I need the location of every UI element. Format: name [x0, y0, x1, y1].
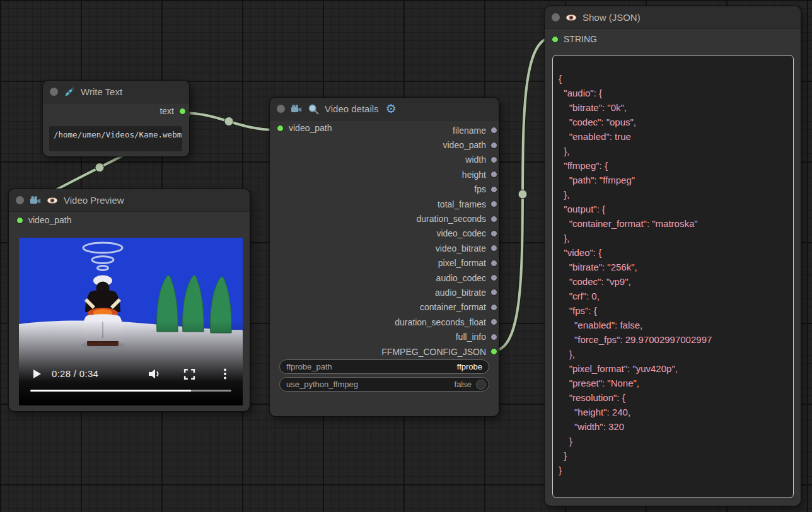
link-midpoint-dot[interactable]	[224, 117, 233, 126]
output-slot-dot[interactable]	[490, 348, 497, 355]
collapse-dot[interactable]	[277, 105, 285, 113]
output-slot-dot[interactable]	[490, 334, 497, 340]
node-title: Video details	[325, 103, 379, 114]
output-slot-dot[interactable]	[490, 304, 497, 311]
toggle-knob[interactable]	[476, 380, 486, 390]
output-slot-label: duration_seconds_float	[395, 317, 486, 327]
output-slot-dot[interactable]	[490, 142, 497, 149]
output-slot: pixel_format	[270, 256, 499, 271]
output-slot-dot[interactable]	[490, 201, 497, 207]
input-slot-label: STRING	[564, 34, 597, 44]
output-slot-dot[interactable]	[490, 289, 497, 296]
output-slot-label: width	[465, 154, 486, 165]
output-slot-label: container_format	[420, 302, 486, 312]
link-midpoint-dot[interactable]	[95, 163, 104, 172]
node-write-text-header[interactable]: Write Text	[43, 81, 189, 103]
node-video-details-header[interactable]: Video details ⚙	[270, 98, 499, 120]
collapse-dot[interactable]	[16, 196, 24, 204]
output-slot-dot[interactable]	[490, 318, 497, 325]
node-title: Show (JSON)	[583, 12, 641, 23]
output-slot-dot[interactable]	[490, 171, 497, 178]
output-slot: filename	[270, 123, 499, 137]
eye-icon	[47, 195, 58, 206]
output-slot: full_info	[270, 329, 499, 344]
output-slot-dot[interactable]	[490, 127, 497, 134]
output-slot-label: filename	[453, 125, 486, 136]
output-slot-label: audio_codec	[436, 273, 486, 283]
output-slot-label: total_frames	[438, 199, 486, 209]
output-slot-label: full_info	[456, 332, 486, 342]
input-slot-dot[interactable]	[16, 217, 23, 224]
json-text: { "audio": { "bitrate": "0k", "codec": "…	[559, 71, 789, 494]
output-slot-label: height	[462, 170, 486, 180]
node-video-preview-header[interactable]: Video Preview	[9, 189, 250, 212]
node-video-preview: Video Preview video_path	[9, 189, 250, 411]
more-options-icon[interactable]	[221, 368, 229, 380]
widget-use-python-ffmpeg[interactable]: use_python_ffmpeg false	[279, 377, 489, 392]
widget-value: ffprobe	[457, 362, 482, 371]
controls-gradient	[19, 320, 243, 405]
output-slot-text: text	[160, 106, 186, 116]
output-slot-dot[interactable]	[490, 245, 497, 252]
output-slot-list: filename video_path width height fps tot…	[270, 123, 499, 359]
collapse-dot[interactable]	[552, 13, 560, 21]
output-slot-label: audio_bitrate	[435, 288, 486, 298]
input-slot-string: STRING	[548, 34, 597, 44]
output-slot: video_codec	[270, 226, 499, 241]
output-slot: audio_codec	[270, 271, 499, 285]
output-slot: width	[270, 153, 499, 167]
output-slot-dot[interactable]	[490, 260, 497, 267]
progress-bar[interactable]	[30, 390, 231, 392]
widget-label: ffprobe_path	[286, 362, 457, 371]
fullscreen-icon[interactable]	[183, 368, 196, 380]
node-video-details: Video details ⚙ video_path filename vide…	[270, 98, 499, 416]
video-player[interactable]: 0:28 / 0:34	[19, 238, 243, 405]
output-slot-label: video_path	[443, 140, 486, 150]
output-slot-label: FFMPEG_CONFIG_JSON	[381, 347, 486, 357]
time-display: 0:28 / 0:34	[52, 368, 98, 379]
json-display-box[interactable]: { "audio": { "bitrate": "0k", "codec": "…	[552, 55, 794, 498]
widget-ffprobe-path[interactable]: ffprobe_path ffprobe	[279, 359, 489, 374]
output-slot: duration_seconds_float	[270, 315, 499, 329]
text-value-field[interactable]: /home/umen/Videos/Kame.webm	[49, 126, 182, 151]
node-graph-canvas[interactable]: Write Text text /home/umen/Videos/Kame.w…	[0, 0, 812, 512]
output-slot: height	[270, 167, 499, 182]
output-slot-label: fps	[474, 184, 486, 194]
output-slot-label: video_bitrate	[436, 243, 486, 253]
link-midpoint-dot[interactable]	[518, 190, 527, 199]
output-slot: total_frames	[270, 197, 499, 211]
node-show-json: Show (JSON) STRING { "audio": { "bitrate…	[545, 6, 801, 506]
fountain-pen-icon	[64, 86, 75, 98]
volume-icon[interactable]	[148, 368, 161, 380]
input-slot-dot[interactable]	[552, 36, 559, 43]
output-slot: container_format	[270, 300, 499, 315]
output-slot-label: text	[160, 106, 174, 116]
video-camera-icon	[30, 195, 41, 206]
input-slot-label: video_path	[28, 215, 72, 225]
eye-icon	[566, 12, 577, 23]
output-slot: video_path	[270, 137, 499, 152]
output-slot-dot[interactable]	[490, 186, 497, 193]
output-slot-dot[interactable]	[490, 216, 497, 223]
progress-filled	[30, 390, 191, 392]
gear-icon: ⚙	[386, 103, 397, 115]
play-button[interactable]	[30, 368, 43, 380]
output-slot-label: pixel_format	[438, 258, 486, 268]
output-slot-label: duration_seconds	[416, 214, 486, 224]
output-slot: duration_seconds	[270, 211, 499, 226]
widget-value: false	[455, 380, 472, 389]
widget-label: use_python_ffmpeg	[286, 380, 455, 389]
output-slot: video_bitrate	[270, 241, 499, 255]
output-slot: FFMPEG_CONFIG_JSON	[270, 344, 499, 359]
collapse-dot[interactable]	[50, 88, 58, 96]
input-slot-video-path: video_path	[13, 215, 72, 225]
node-title: Video Preview	[64, 195, 124, 206]
output-slot-dot[interactable]	[179, 108, 186, 115]
node-show-json-header[interactable]: Show (JSON)	[545, 6, 801, 29]
output-slot-dot[interactable]	[490, 274, 497, 281]
output-slot: fps	[270, 182, 499, 197]
progress-remaining	[191, 390, 231, 392]
output-slot-dot[interactable]	[490, 230, 497, 237]
output-slot-dot[interactable]	[490, 156, 497, 163]
output-slot: audio_bitrate	[270, 285, 499, 300]
